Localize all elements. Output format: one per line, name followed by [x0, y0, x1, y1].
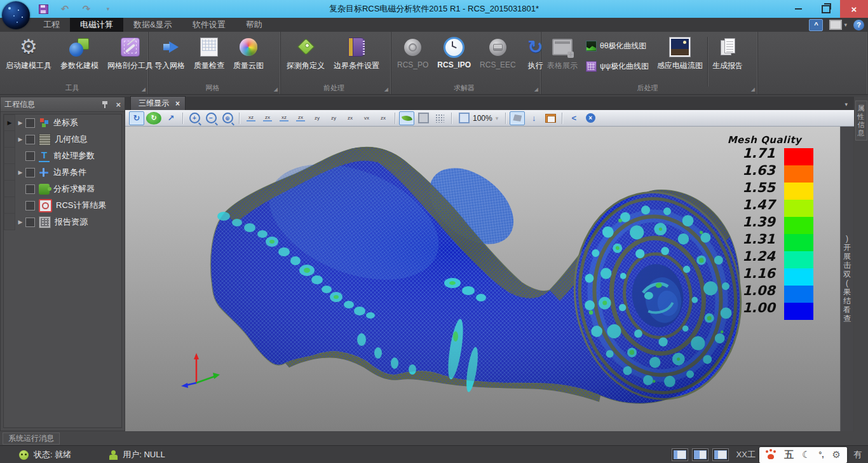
tab-engineering[interactable]: 工程 [33, 18, 70, 32]
view-orientation-button-1[interactable]: xz [243, 111, 259, 125]
minimize-button[interactable] [784, 0, 812, 18]
tab-3d-display[interactable]: 三维显示 × [130, 96, 186, 110]
expander-icon[interactable]: ▶ [15, 219, 25, 225]
tab-close-icon[interactable]: × [175, 99, 180, 108]
ribbon-group-preprocess: 探测角定义 边界条件设置 前处理 ◢ [281, 32, 391, 94]
checkbox[interactable] [25, 184, 35, 194]
checkbox[interactable] [25, 118, 35, 128]
import-mesh-button[interactable]: 导入网格 [150, 34, 189, 82]
tab-help[interactable]: 帮助 [236, 18, 273, 32]
tab-data-display[interactable]: 数据&显示 [123, 18, 182, 32]
zoom-in-button[interactable]: + [187, 111, 202, 125]
generate-report-button[interactable]: 生成报告 [708, 34, 747, 82]
punctuation-icon[interactable]: °, [818, 448, 824, 461]
table-display-button[interactable]: 表格展示 [543, 34, 582, 82]
rcs-po-button[interactable]: RCS_PO [393, 34, 433, 82]
checkbox[interactable] [25, 218, 35, 227]
checkbox[interactable] [25, 151, 35, 161]
zoom-level-combo[interactable]: 100% ▾ [456, 111, 501, 125]
tab-overflow-icon[interactable]: ▾ [844, 101, 848, 107]
wireframe-display-button[interactable] [416, 111, 431, 125]
close-button[interactable]: × [840, 0, 868, 18]
view-orientation-button-8[interactable]: vx [359, 111, 374, 125]
layout-right-button[interactable] [712, 448, 729, 461]
help-button[interactable]: ? [853, 20, 864, 31]
app-logo[interactable] [2, 1, 30, 29]
moon-icon[interactable]: ☾ [802, 448, 810, 461]
3d-viewport[interactable]: Mesh Quality 1.71 1.63 1.55 1.47 1.39 1.… [125, 127, 840, 431]
tag-icon [296, 38, 315, 57]
view-orientation-button-6[interactable]: zy [326, 111, 341, 125]
status-bar: 状态: 就绪 用户: NULL XX工 五 ☾ °, ⚙ 有 [0, 445, 868, 463]
geometry-icon [39, 134, 51, 146]
view-orientation-button-9[interactable]: zx [376, 111, 391, 125]
report-resource-icon [39, 216, 51, 228]
psi-polarization-curve-button[interactable]: ψψ极化曲线图 [582, 59, 653, 74]
group-expand-icon[interactable]: ◢ [274, 86, 278, 92]
checkbox[interactable] [25, 168, 35, 177]
pin-icon[interactable] [102, 100, 108, 108]
shaded-display-button[interactable] [399, 111, 414, 125]
pan-view-button[interactable]: ↗ [163, 111, 179, 125]
tree-row-preprocess-params[interactable]: T 前处理参数 [4, 148, 121, 164]
rcs-ipo-button[interactable]: RCS_IPO [433, 34, 475, 82]
rotate-view-button[interactable]: ↻ [129, 111, 144, 125]
tab-em-computation[interactable]: 电磁计算 [70, 18, 123, 32]
ribbon-collapse-button[interactable]: ^ [809, 19, 823, 31]
induced-em-current-map-button[interactable]: 感应电磁流图 [653, 34, 707, 82]
zoom-out-button[interactable]: − [203, 111, 219, 125]
tree-row-analysis-solver[interactable]: 分析求解器 [4, 181, 121, 197]
launch-modeling-tool-button[interactable]: ⚙ 启动建模工具 [1, 34, 56, 82]
view-orientation-button-4[interactable]: zx [293, 111, 308, 125]
restore-button[interactable] [812, 0, 840, 18]
link-nodes-button[interactable]: < [566, 111, 581, 125]
ime-wubi-button[interactable]: 五 [784, 448, 794, 461]
ime-paw-icon[interactable] [766, 450, 776, 459]
rcs-eec-button[interactable]: RCS_EEC [475, 34, 520, 82]
group-expand-icon[interactable]: ◢ [384, 86, 388, 92]
view-results-collapsed-bar[interactable]: )开展击双(果结看查 [840, 127, 853, 431]
system-messages-tab[interactable]: 系统运行消息 [3, 432, 60, 445]
tab-software-settings[interactable]: 软件设置 [182, 18, 236, 32]
layers-button[interactable] [543, 111, 558, 125]
refresh-view-button[interactable]: ↻ [146, 111, 162, 125]
view-orientation-button-5[interactable]: zy [309, 111, 325, 125]
ribbon: ⚙ 启动建模工具 参数化建模 网格剖分工具 工具 ◢ 导入网格 [0, 32, 868, 95]
tree-row-geometry-info[interactable]: ▶ 几何信息 [4, 131, 121, 148]
property-info-tab[interactable]: 属性信息 [855, 100, 867, 141]
tree-row-rcs-results[interactable]: RCS计算结果 [4, 197, 121, 214]
ime-gear-icon[interactable]: ⚙ [832, 448, 841, 461]
copyright-text-left: XX工 [736, 449, 756, 460]
group-expand-icon[interactable]: ◢ [534, 86, 538, 92]
layout-center-button[interactable] [692, 448, 709, 461]
group-expand-icon[interactable]: ◢ [751, 86, 755, 92]
quality-cloud-map-button[interactable]: 质量云图 [229, 34, 268, 82]
group-expand-icon[interactable]: ◢ [142, 86, 146, 92]
display-style-button[interactable]: ▾ [829, 20, 847, 30]
expander-icon[interactable]: ▶ [15, 169, 25, 176]
boundary-condition-settings-button[interactable]: 边界条件设置 [329, 34, 384, 82]
project-tree: ▶ ▶ 坐标系 ▶ 几何信息 T 前处理参数 [3, 114, 122, 428]
view-orientation-button-7[interactable]: zx [342, 111, 358, 125]
checkbox[interactable] [25, 201, 35, 211]
tree-row-coordinate-system[interactable]: ▶ ▶ 坐标系 [4, 114, 121, 131]
text-parameter-icon: T [39, 150, 50, 162]
quality-check-button[interactable]: 质量检查 [189, 34, 229, 82]
layout-left-button[interactable] [672, 448, 688, 461]
zoom-fit-button[interactable]: ⊕ [220, 111, 235, 125]
view-orientation-button-3[interactable]: xz [276, 111, 292, 125]
tree-row-boundary-conditions[interactable]: ▶ 边界条件 [4, 164, 121, 181]
perspective-button[interactable] [510, 111, 525, 125]
parametric-modeling-button[interactable]: 参数化建模 [56, 34, 103, 82]
checkbox[interactable] [25, 135, 35, 144]
probe-angle-definition-button[interactable]: 探测角定义 [282, 34, 329, 82]
drop-view-button[interactable]: ↓ [526, 111, 541, 125]
panel-close-button[interactable]: × [116, 100, 121, 109]
theta-polarization-curve-button[interactable]: θθ极化曲线图 [582, 38, 653, 53]
view-orientation-button-2[interactable]: zx [260, 111, 275, 125]
close-view-button[interactable]: × [583, 111, 598, 125]
expander-icon[interactable]: ▶ [15, 136, 25, 142]
points-display-button[interactable] [432, 111, 447, 125]
tree-row-report-resources[interactable]: ▶ 报告资源 [4, 214, 121, 230]
expander-icon[interactable]: ▶ [15, 120, 25, 126]
